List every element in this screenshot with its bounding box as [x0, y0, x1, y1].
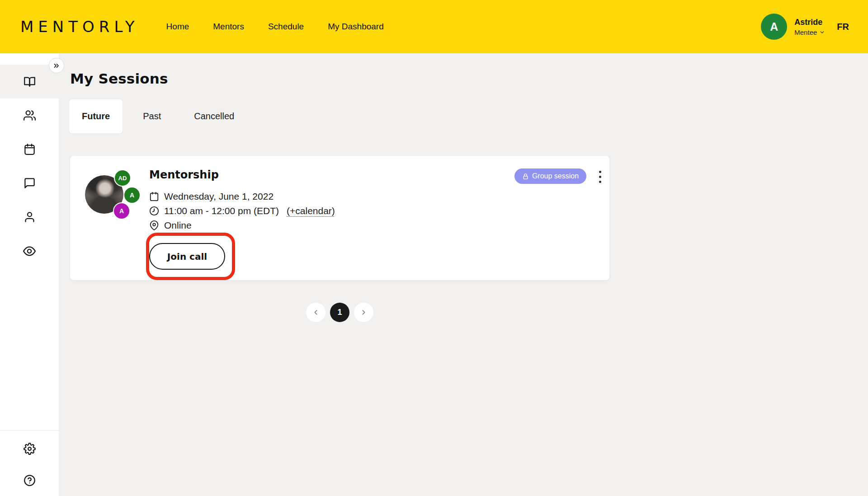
- page-title: My Sessions: [70, 70, 168, 87]
- sidebar-item-help[interactable]: [0, 464, 59, 496]
- session-date-row: Wednesday, June 1, 2022: [149, 189, 335, 204]
- participant-badge: A: [113, 202, 130, 220]
- tab-cancelled[interactable]: Cancelled: [181, 99, 247, 133]
- session-location: Online: [164, 220, 192, 231]
- nav-mentors[interactable]: Mentors: [213, 22, 244, 32]
- sidebar-item-mentors[interactable]: [0, 98, 59, 132]
- help-icon: [24, 474, 36, 487]
- participant-badge: AD: [114, 169, 131, 187]
- sidebar-expand-button[interactable]: [49, 58, 64, 73]
- mentorly-logo[interactable]: MENTORLY: [20, 18, 139, 36]
- people-icon: [24, 109, 36, 122]
- calendar-icon: [24, 143, 36, 155]
- sidebar-item-messages[interactable]: [0, 166, 59, 200]
- sidebar-item-settings[interactable]: [0, 433, 59, 464]
- sessions-tabs: Future Past Cancelled: [69, 99, 247, 133]
- sidebar: [0, 53, 59, 496]
- chevrons-right-icon: [53, 62, 61, 70]
- nav-home[interactable]: Home: [166, 22, 189, 32]
- session-date: Wednesday, June 1, 2022: [164, 191, 274, 202]
- user-role-label: Mentee: [794, 28, 817, 36]
- calendar-icon: [149, 192, 159, 201]
- lock-icon: [522, 173, 529, 180]
- session-location-row: Online: [149, 218, 335, 233]
- clock-icon: [149, 206, 159, 216]
- tab-past[interactable]: Past: [127, 99, 177, 133]
- session-time: 11:00 am - 12:00 pm (EDT): [164, 206, 279, 216]
- group-session-badge: Group session: [514, 168, 586, 184]
- sidebar-item-calendar[interactable]: [0, 132, 59, 166]
- chat-icon: [24, 177, 36, 189]
- sidebar-footer: [0, 430, 59, 496]
- gear-icon: [24, 443, 36, 455]
- header-user-area: A Astride Mentee FR: [761, 14, 849, 40]
- session-time-row: 11:00 am - 12:00 pm (EDT) (+calendar): [149, 204, 335, 218]
- user-role-dropdown[interactable]: Mentee: [794, 28, 825, 36]
- pagination-next-button[interactable]: [354, 303, 373, 322]
- sidebar-item-profile[interactable]: [0, 200, 59, 234]
- join-call-button[interactable]: Join call: [149, 243, 225, 270]
- session-info: Wednesday, June 1, 2022 11:00 am - 12:00…: [149, 189, 335, 233]
- user-menu[interactable]: Astride Mentee: [794, 18, 825, 36]
- chevron-right-icon: [360, 309, 368, 316]
- group-session-label: Group session: [532, 172, 579, 180]
- sidebar-item-browse[interactable]: [0, 234, 59, 268]
- sidebar-nav: [0, 65, 59, 268]
- session-title: Mentorship: [149, 168, 219, 181]
- user-name: Astride: [794, 18, 825, 27]
- book-open-icon: [24, 75, 36, 88]
- eye-icon: [23, 245, 36, 257]
- person-icon: [24, 211, 36, 223]
- pagination: 1: [70, 303, 609, 322]
- main-content: My Sessions Future Past Cancelled AD A A…: [59, 53, 868, 496]
- location-pin-icon: [149, 220, 159, 230]
- top-navigation: Home Mentors Schedule My Dashboard: [166, 22, 384, 32]
- pagination-page-1[interactable]: 1: [330, 303, 349, 322]
- session-options-menu[interactable]: [594, 169, 605, 184]
- tab-future[interactable]: Future: [69, 99, 123, 133]
- chevron-down-icon: [819, 29, 825, 35]
- user-avatar[interactable]: A: [761, 14, 787, 40]
- nav-my-dashboard[interactable]: My Dashboard: [328, 22, 384, 32]
- pagination-prev-button[interactable]: [306, 303, 326, 322]
- app-header: MENTORLY Home Mentors Schedule My Dashbo…: [0, 0, 868, 53]
- language-toggle[interactable]: FR: [837, 22, 849, 32]
- participant-badge: A: [123, 187, 141, 204]
- chevron-left-icon: [312, 309, 320, 316]
- add-to-calendar-link[interactable]: (+calendar): [287, 206, 335, 216]
- nav-schedule[interactable]: Schedule: [268, 22, 304, 32]
- session-card: AD A A Mentorship Wednesday, June 1, 202…: [70, 156, 609, 280]
